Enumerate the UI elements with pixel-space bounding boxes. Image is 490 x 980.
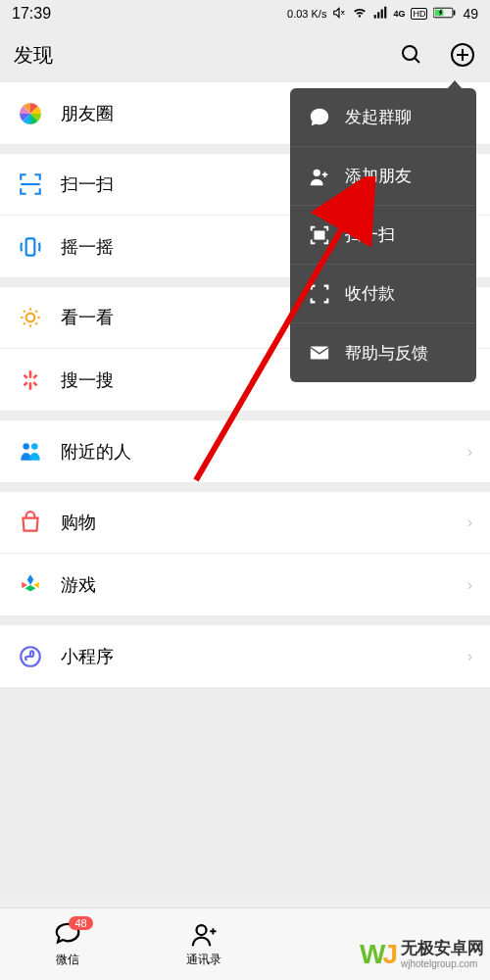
list-label: 购物	[61, 511, 467, 534]
svg-rect-3	[385, 6, 387, 18]
nav-label: 微信	[56, 952, 79, 968]
svg-rect-0	[374, 15, 376, 19]
svg-rect-2	[381, 9, 383, 18]
mail-icon	[308, 341, 331, 365]
popup-item-payment[interactable]: 收付款	[290, 265, 476, 323]
add-person-icon	[308, 165, 331, 188]
hd-icon: HD	[411, 8, 427, 20]
list-item-shopping[interactable]: 购物›	[0, 492, 490, 554]
svg-point-7	[403, 46, 416, 60]
net-4g-icon: 4G	[393, 9, 405, 19]
header: 发现	[0, 27, 490, 82]
svg-rect-21	[311, 347, 328, 360]
nav-label: 通讯录	[186, 952, 221, 968]
battery-icon	[433, 6, 457, 23]
search-sou-icon	[18, 368, 43, 393]
nearby-icon	[18, 439, 43, 465]
chat-bubble-icon	[308, 106, 331, 129]
popup-label: 帮助与反馈	[345, 342, 428, 365]
popup-label: 发起群聊	[345, 106, 412, 128]
list-item-games[interactable]: 游戏›	[0, 554, 490, 615]
status-bar: 17:39 0.03 K/s 4G HD 49	[0, 0, 490, 27]
chevron-right-icon: ›	[467, 443, 472, 461]
status-time: 17:39	[12, 5, 51, 23]
network-speed: 0.03 K/s	[287, 8, 326, 20]
svg-rect-1	[378, 12, 380, 18]
mute-icon	[332, 6, 346, 23]
nav-wechat[interactable]: 48 微信	[0, 908, 136, 980]
svg-point-16	[23, 443, 29, 450]
payment-icon	[308, 282, 331, 306]
svg-point-15	[26, 314, 35, 322]
popup-item-add-friend[interactable]: 添加朋友	[290, 147, 476, 206]
popup-item-group-chat[interactable]: 发起群聊	[290, 88, 476, 147]
chevron-right-icon: ›	[467, 648, 472, 665]
shake-icon	[18, 234, 43, 260]
scan-icon	[308, 223, 331, 247]
list-item-miniprogram[interactable]: 小程序›	[0, 625, 490, 687]
svg-point-19	[314, 169, 320, 175]
svg-rect-5	[454, 10, 456, 15]
svg-rect-14	[26, 238, 35, 255]
signal-icon	[373, 6, 387, 23]
plus-button[interactable]	[449, 41, 476, 69]
contacts-icon	[189, 920, 219, 950]
popup-label: 添加朋友	[345, 165, 412, 187]
popup-label: 扫一扫	[345, 223, 395, 246]
scan-icon	[18, 172, 43, 197]
chevron-right-icon: ›	[467, 576, 472, 594]
svg-rect-20	[315, 231, 323, 238]
svg-point-23	[197, 925, 207, 935]
plus-popup-menu: 发起群聊 添加朋友 扫一扫 收付款 帮助与反馈	[290, 88, 476, 382]
list-label: 附近的人	[61, 440, 467, 464]
games-icon	[18, 572, 43, 598]
popup-item-scan[interactable]: 扫一扫	[290, 206, 476, 265]
popup-label: 收付款	[345, 282, 395, 305]
shopping-icon	[18, 510, 43, 535]
svg-line-8	[415, 58, 419, 63]
search-button[interactable]	[398, 41, 425, 69]
list-item-nearby[interactable]: 附近的人›	[0, 420, 490, 482]
watermark-cn: 无极安卓网	[401, 940, 484, 958]
watermark: WJ 无极安卓网 wjhotelgroup.com	[360, 939, 484, 970]
wifi-icon	[352, 6, 368, 23]
svg-point-17	[31, 443, 38, 450]
list-label: 小程序	[61, 645, 467, 668]
miniprogram-icon	[18, 644, 43, 669]
battery-level: 49	[463, 6, 478, 22]
watermark-en: wjhotelgroup.com	[401, 958, 484, 969]
page-title: 发现	[14, 42, 53, 69]
popup-item-help[interactable]: 帮助与反馈	[290, 323, 476, 382]
look-icon	[18, 305, 43, 330]
chat-icon: 48	[53, 920, 82, 950]
status-icons: 0.03 K/s 4G HD 49	[287, 6, 478, 23]
unread-badge: 48	[69, 916, 92, 930]
watermark-logo: WJ	[360, 939, 395, 970]
moments-icon	[18, 101, 43, 126]
list-label: 游戏	[61, 573, 467, 597]
nav-contacts[interactable]: 通讯录	[136, 908, 272, 980]
chevron-right-icon: ›	[467, 514, 472, 531]
